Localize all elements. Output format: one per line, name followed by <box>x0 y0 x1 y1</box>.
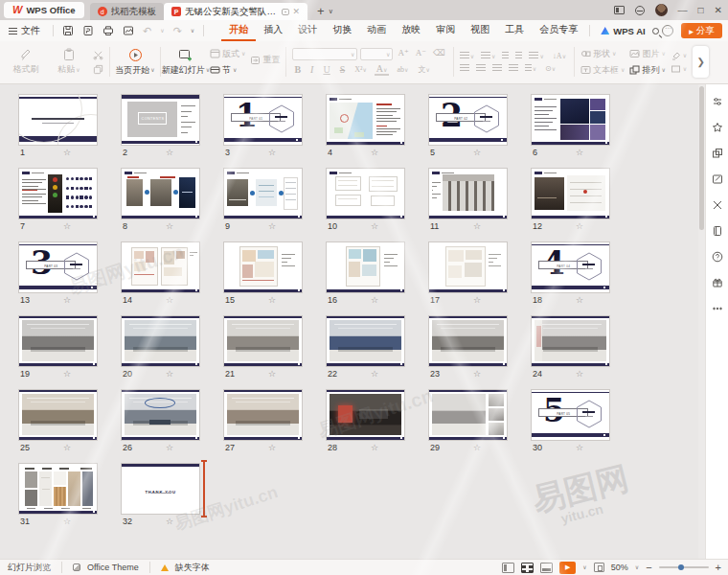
favorite-star-icon[interactable]: ☆ <box>473 443 481 452</box>
favorite-star-icon[interactable]: ☆ <box>576 221 583 231</box>
zoom-level[interactable]: 50% <box>611 563 628 572</box>
strikethrough-button[interactable]: S <box>338 64 348 75</box>
shapes-icon[interactable] <box>712 148 723 159</box>
zoom-in-button[interactable]: + <box>716 563 721 573</box>
output-image-icon[interactable] <box>123 25 134 36</box>
slide-thumbnail-6[interactable] <box>532 95 609 145</box>
align-right-icon[interactable] <box>492 64 502 72</box>
ribbon-expand-chevron-icon[interactable]: ❯ <box>693 46 709 78</box>
clear-format-icon[interactable]: ⌫ <box>431 48 447 60</box>
favorite-star-icon[interactable]: ☆ <box>166 148 173 157</box>
menu-tab-设计[interactable]: 设计 <box>290 20 325 41</box>
fit-slide-icon[interactable] <box>594 563 604 572</box>
favorite-star-icon[interactable]: ☆ <box>166 443 173 452</box>
italic-button[interactable]: I <box>308 64 315 75</box>
favorite-star-icon[interactable]: ☆ <box>63 369 71 379</box>
missing-font-warning[interactable]: 缺失字体 <box>175 562 210 574</box>
slide-thumbnail-13[interactable]: 3PART 03 <box>19 242 97 292</box>
slide-sorter-view-button[interactable] <box>521 563 534 573</box>
menu-tab-切换[interactable]: 切换 <box>325 20 359 41</box>
favorite-star-icon[interactable]: ☆ <box>166 369 173 379</box>
redo-icon[interactable]: ↷ <box>173 26 182 36</box>
favorite-star-icon[interactable]: ☆ <box>63 517 71 526</box>
new-tab-button[interactable]: + <box>317 5 325 17</box>
slide-thumbnail-18[interactable]: 4PART 04 <box>532 242 609 292</box>
favorite-star-icon[interactable]: ☆ <box>166 295 173 305</box>
underline-button[interactable]: U <box>321 64 331 75</box>
decrease-indent-icon[interactable] <box>502 52 509 59</box>
normal-view-button[interactable] <box>502 563 514 573</box>
fill-color-icon[interactable]: ∨ <box>671 51 687 60</box>
tab-list-chevron-icon[interactable]: ∨ <box>329 8 333 15</box>
zoom-slider[interactable] <box>659 566 709 568</box>
menu-tab-审阅[interactable]: 审阅 <box>428 20 463 41</box>
bullet-list-button[interactable]: ∨ <box>460 52 474 59</box>
favorite-star-icon[interactable]: ☆ <box>268 221 276 231</box>
zoom-chevron-icon[interactable]: ∨ <box>635 564 639 570</box>
favorite-star-icon[interactable]: ☆ <box>576 295 583 305</box>
highlight-color-button[interactable]: ab∨ <box>395 65 410 74</box>
slide-thumbnail-15[interactable] <box>224 242 302 292</box>
favorite-star-icon[interactable]: ☆ <box>371 443 378 452</box>
properties-icon[interactable] <box>712 96 723 107</box>
favorite-star-icon[interactable]: ☆ <box>166 221 173 231</box>
favorite-star-icon[interactable]: ☆ <box>63 295 71 305</box>
print-icon[interactable] <box>102 25 114 36</box>
slide-thumbnail-3[interactable]: 1PART 01 <box>224 95 302 145</box>
tab-document[interactable]: P 无锡公安新吴交警队方案.pptx ✕ <box>164 3 307 20</box>
decrease-font-icon[interactable]: A⁻ <box>414 48 428 60</box>
slide-sorter-canvas[interactable]: 1 ☆ CONTENTS 2 ☆ 1PART 01 3 ☆ 4 ☆ 2PART … <box>0 84 698 559</box>
cut-icon[interactable] <box>93 50 103 60</box>
zoom-slider-handle[interactable] <box>678 564 684 570</box>
menu-tab-会员专享[interactable]: 会员专享 <box>532 20 585 41</box>
columns-button[interactable]: ∨ <box>529 52 543 59</box>
picture-button[interactable]: 图片∨ <box>629 48 665 60</box>
gift-icon[interactable] <box>712 277 723 288</box>
more-icon[interactable] <box>712 303 723 314</box>
favorites-icon[interactable] <box>712 122 723 133</box>
slide-thumbnail-4[interactable] <box>327 95 404 145</box>
undo-icon[interactable]: ↶ <box>143 26 151 36</box>
wps-home-button[interactable]: W WPS Office <box>4 2 84 18</box>
favorite-star-icon[interactable]: ☆ <box>473 148 481 157</box>
favorite-star-icon[interactable]: ☆ <box>371 221 378 231</box>
font-family-select[interactable] <box>292 48 357 60</box>
format-painter-button[interactable]: 格式刷 <box>7 48 45 76</box>
bold-button[interactable]: B <box>292 64 303 75</box>
align-center-icon[interactable] <box>476 64 486 72</box>
start-from-current-button[interactable]: 当页开始∨ <box>116 48 154 77</box>
favorite-star-icon[interactable]: ☆ <box>166 517 173 526</box>
slide-thumbnail-1[interactable] <box>19 95 97 145</box>
menu-tab-插入[interactable]: 插入 <box>256 20 290 41</box>
favorite-star-icon[interactable]: ☆ <box>268 295 276 305</box>
slideshow-play-button[interactable]: ▶ <box>559 562 576 574</box>
menu-tab-放映[interactable]: 放映 <box>394 20 428 41</box>
close-button[interactable]: ✕ <box>715 6 722 15</box>
paste-button[interactable]: 粘贴∨ <box>50 48 88 76</box>
save-icon[interactable] <box>62 25 74 36</box>
tab-close-icon[interactable]: ✕ <box>293 8 301 16</box>
slide-thumbnail-29[interactable] <box>429 390 507 440</box>
favorite-star-icon[interactable]: ☆ <box>63 443 71 452</box>
favorite-star-icon[interactable]: ☆ <box>63 221 71 231</box>
play-options-chevron-icon[interactable]: ∨ <box>582 564 586 570</box>
slide-thumbnail-27[interactable] <box>224 390 302 440</box>
align-left-icon[interactable] <box>460 64 469 72</box>
search-icon[interactable] <box>652 28 659 34</box>
slide-thumbnail-5[interactable]: 2PART 02 <box>429 95 507 145</box>
slide-thumbnail-20[interactable] <box>122 316 199 366</box>
reading-view-button[interactable] <box>540 563 553 573</box>
layout-button[interactable]: 版式∨ <box>210 48 245 60</box>
slide-thumbnail-24[interactable] <box>532 316 609 366</box>
slide-thumbnail-28[interactable] <box>327 390 404 440</box>
slide-thumbnail-25[interactable] <box>19 390 97 440</box>
favorite-star-icon[interactable]: ☆ <box>268 148 276 157</box>
slide-thumbnail-26[interactable] <box>122 390 199 440</box>
copy-icon[interactable] <box>93 64 103 75</box>
section-button[interactable]: 节∨ <box>210 64 245 77</box>
export-pdf-icon[interactable] <box>82 25 94 36</box>
wps-ai-button[interactable]: WPS AI <box>594 26 651 36</box>
tailor-icon[interactable] <box>712 199 723 211</box>
slide-thumbnail-10[interactable] <box>327 169 404 218</box>
minimize-button[interactable]: — <box>678 6 688 15</box>
